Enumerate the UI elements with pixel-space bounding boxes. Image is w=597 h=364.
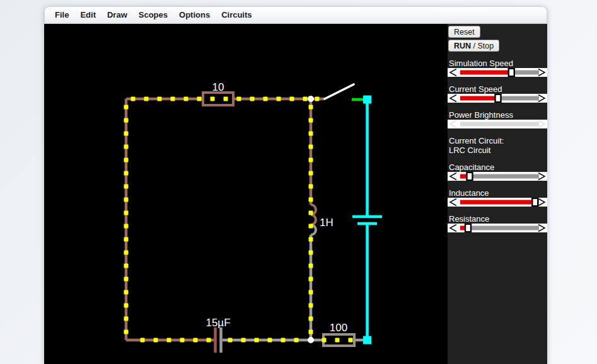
menu-draw[interactable]: Draw (101, 7, 133, 23)
power-brightness-label: Power Brightness (449, 110, 513, 120)
control-panel: Reset RUN / Stop Simulation Speed Curren… (448, 24, 547, 364)
current-speed-slider[interactable] (448, 94, 547, 103)
run-stop-button[interactable]: RUN / Stop (448, 40, 499, 52)
power-brightness-slider[interactable] (448, 120, 547, 128)
menu-edit[interactable]: Edit (74, 7, 101, 23)
junction-node-top[interactable] (308, 96, 314, 102)
inductor-value: 1H (320, 217, 333, 229)
resistor-10-value: 10 (212, 81, 224, 93)
menu-file[interactable]: File (49, 7, 74, 23)
menu-options[interactable]: Options (173, 7, 216, 23)
capacitance-slider[interactable] (448, 172, 547, 181)
menu-bar: File Edit Draw Scopes Options Circuits (44, 6, 547, 24)
circuit-canvas[interactable]: 10 1H 15µF 100 (44, 24, 448, 364)
capacitor-15uf[interactable]: 15µF (206, 317, 230, 353)
resistor-100-value: 100 (330, 322, 347, 334)
current-circuit-name: LRC Circuit (449, 145, 504, 155)
simulation-speed-label: Simulation Speed (449, 59, 513, 68)
resistance-slider[interactable] (448, 224, 547, 232)
menu-scopes[interactable]: Scopes (133, 7, 173, 23)
inductance-slider[interactable] (448, 198, 547, 207)
junction-node-bottom[interactable] (308, 337, 314, 343)
menu-circuits[interactable]: Circuits (216, 7, 257, 23)
resistor-10[interactable]: 10 (203, 81, 233, 105)
resistance-label: Resistance (449, 214, 489, 224)
inductor-1h[interactable]: 1H (311, 205, 333, 235)
circuit-svg[interactable]: 10 1H 15µF 100 (44, 24, 448, 364)
current-circuit-label: Current Circuit: (449, 136, 504, 145)
capacitor-value: 15µF (206, 317, 230, 329)
app-window: File Edit Draw Scopes Options Circuits (44, 6, 547, 364)
current-dots (124, 97, 353, 343)
reset-button[interactable]: Reset (448, 26, 480, 38)
voltage-source-selected[interactable] (352, 96, 382, 344)
capacitance-label: Capacitance (449, 162, 494, 172)
simulation-speed-slider[interactable] (448, 68, 547, 77)
current-speed-label: Current Speed (449, 84, 502, 94)
inductance-label: Inductance (449, 188, 489, 198)
current-circuit-info: Current Circuit: LRC Circuit (449, 136, 504, 155)
